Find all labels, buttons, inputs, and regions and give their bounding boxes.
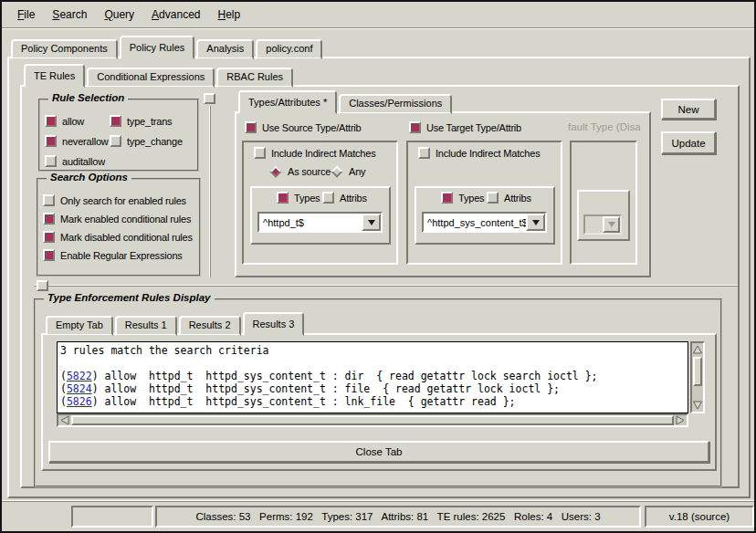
results-text-container: 3 rules match the search criteria (5822)… xyxy=(55,340,707,429)
results-textarea[interactable]: 3 rules match the search criteria (5822)… xyxy=(57,341,688,413)
checkbox-icon xyxy=(418,147,430,159)
tab-types-attributes[interactable]: Types/Attributes * xyxy=(238,90,337,114)
source-type-combobox[interactable]: ^httpd_t$ xyxy=(257,212,383,233)
checkbox-target-indirect[interactable]: Include Indirect Matches xyxy=(418,147,540,159)
checkbox-icon xyxy=(409,121,421,133)
checkbox-icon xyxy=(45,155,57,167)
checkbox-label: allow xyxy=(62,116,84,127)
checkbox-label: Only search for enabled rules xyxy=(60,195,186,206)
horizontal-scrollbar[interactable] xyxy=(57,413,688,427)
menu-file[interactable]: File xyxy=(15,6,37,23)
checkbox-label: Use Source Type/Attrib xyxy=(262,122,362,133)
update-button[interactable]: Update xyxy=(661,131,716,154)
results-summary: 3 rules match the search criteria xyxy=(60,344,685,357)
tab-policy-components[interactable]: Policy Components xyxy=(11,39,118,59)
checkbox-mark-disabled[interactable]: Mark disabled conditional rules xyxy=(43,231,193,243)
menubar: File Search Query Advanced Help xyxy=(2,2,754,28)
target-type-combobox-value: ^httpd_sys_content_t$ xyxy=(424,214,526,231)
radio-icon xyxy=(331,165,342,177)
radio-label: As source xyxy=(288,166,331,177)
dropdown-arrow-icon[interactable] xyxy=(362,214,381,231)
checkbox-use-target[interactable]: Use Target Type/Attrib xyxy=(409,121,521,133)
tab-empty-tab[interactable]: Empty Tab xyxy=(46,316,113,336)
checkbox-type-trans[interactable]: type_trans xyxy=(110,115,172,127)
checkbox-neverallow[interactable]: neverallow xyxy=(45,135,109,147)
checkbox-use-source[interactable]: Use Source Type/Attrib xyxy=(245,121,362,133)
rule-id-link[interactable]: 5826 xyxy=(67,395,92,408)
scroll-up-icon[interactable] xyxy=(692,344,703,355)
checkbox-icon xyxy=(43,231,55,243)
dropdown-arrow-icon[interactable] xyxy=(526,214,545,231)
rule-line: (5826) allow httpd_t httpd_sys_content_t… xyxy=(60,395,685,408)
checkbox-icon xyxy=(110,135,121,147)
checkbox-icon xyxy=(45,135,57,147)
checkbox-source-indirect[interactable]: Include Indirect Matches xyxy=(254,147,375,159)
scroll-down-icon[interactable] xyxy=(692,400,703,411)
tab-results-2[interactable]: Results 2 xyxy=(179,316,241,336)
vertical-scrollbar[interactable] xyxy=(690,341,705,413)
search-options-title: Search Options xyxy=(47,172,131,183)
radio-any[interactable]: Any xyxy=(331,166,365,177)
new-button[interactable]: New xyxy=(661,99,716,120)
results-tabrow: Empty Tab Results 1 Results 2 Results 3 xyxy=(46,312,304,336)
checkbox-mark-enabled[interactable]: Mark enabled conditional rules xyxy=(43,213,191,225)
vertical-sash-handle[interactable] xyxy=(204,93,215,104)
horizontal-sash-handle[interactable] xyxy=(37,280,48,291)
radio-as-source[interactable]: As source xyxy=(269,166,331,177)
tab-conditional-expressions[interactable]: Conditional Expressions xyxy=(87,68,215,88)
checkbox-icon xyxy=(487,192,499,204)
tab-analysis[interactable]: Analysis xyxy=(196,39,254,59)
menu-query[interactable]: Query xyxy=(101,6,137,23)
checkbox-only-enabled[interactable]: Only search for enabled rules xyxy=(43,194,186,206)
horizontal-scrollbar-thumb[interactable] xyxy=(71,415,674,425)
dropdown-arrow-icon xyxy=(603,216,620,233)
source-type-combobox-value: ^httpd_t$ xyxy=(259,214,362,231)
tab-rbac-rules[interactable]: RBAC Rules xyxy=(216,68,293,88)
menu-advanced[interactable]: Advanced xyxy=(149,6,203,23)
checkbox-label: Include Indirect Matches xyxy=(436,148,540,159)
scroll-right-icon[interactable] xyxy=(675,415,686,425)
statusbar-version: v.18 (source) xyxy=(645,506,754,528)
checkbox-type-change[interactable]: type_change xyxy=(110,135,183,147)
close-tab-button[interactable]: Close Tab xyxy=(48,441,709,463)
target-type-combobox[interactable]: ^httpd_sys_content_t$ xyxy=(422,212,547,233)
tab-results-1[interactable]: Results 1 xyxy=(115,316,177,336)
scroll-left-icon[interactable] xyxy=(59,415,70,425)
checkbox-label: neverallow xyxy=(62,136,109,147)
horizontal-sash-line xyxy=(34,285,738,287)
checkbox-label: Types xyxy=(458,193,484,204)
checkbox-icon xyxy=(441,192,453,204)
tab-te-rules[interactable]: TE Rules xyxy=(24,64,85,88)
checkbox-icon xyxy=(254,147,266,159)
checkbox-icon xyxy=(245,121,257,133)
checkbox-target-attribs[interactable]: Attribs xyxy=(487,192,531,204)
checkbox-icon xyxy=(277,192,289,204)
checkbox-label: Enable Regular Expressions xyxy=(60,250,183,261)
rule-line: (5822) allow httpd_t httpd_sys_content_t… xyxy=(60,370,685,382)
checkbox-label: type_change xyxy=(127,136,183,147)
tab-policy-conf[interactable]: policy.conf xyxy=(256,39,322,59)
tab-policy-rules[interactable]: Policy Rules xyxy=(120,36,195,59)
apol-window: File Search Query Advanced Help Policy C… xyxy=(0,0,756,533)
rule-id-link[interactable]: 5824 xyxy=(67,382,92,395)
statusbar-stats: Classes: 53 Perms: 192 Types: 317 Attrib… xyxy=(155,506,641,528)
tab-results-3[interactable]: Results 3 xyxy=(243,312,305,336)
vertical-scrollbar-thumb[interactable] xyxy=(693,357,702,386)
checkbox-source-types[interactable]: Types xyxy=(277,192,320,204)
default-type-combobox-value xyxy=(585,216,603,233)
checkbox-label: Attribs xyxy=(504,193,531,204)
checkbox-source-attribs[interactable]: Attribs xyxy=(322,192,367,204)
checkbox-regex[interactable]: Enable Regular Expressions xyxy=(43,249,183,261)
menu-search[interactable]: Search xyxy=(49,6,89,23)
rule-id-link[interactable]: 5822 xyxy=(67,370,92,382)
checkbox-allow[interactable]: allow xyxy=(45,115,84,127)
rule-selection-title: Rule Selection xyxy=(48,92,128,103)
checkbox-icon xyxy=(43,194,55,206)
checkbox-target-types[interactable]: Types xyxy=(441,192,484,204)
main-tabrow: Policy Components Policy Rules Analysis … xyxy=(11,36,322,59)
menu-help[interactable]: Help xyxy=(215,6,243,23)
checkbox-label: Types xyxy=(294,193,320,204)
checkbox-label: auditallow xyxy=(62,156,105,167)
tab-classes-permissions[interactable]: Classes/Permissions xyxy=(339,94,452,114)
checkbox-auditallow[interactable]: auditallow xyxy=(45,155,105,167)
